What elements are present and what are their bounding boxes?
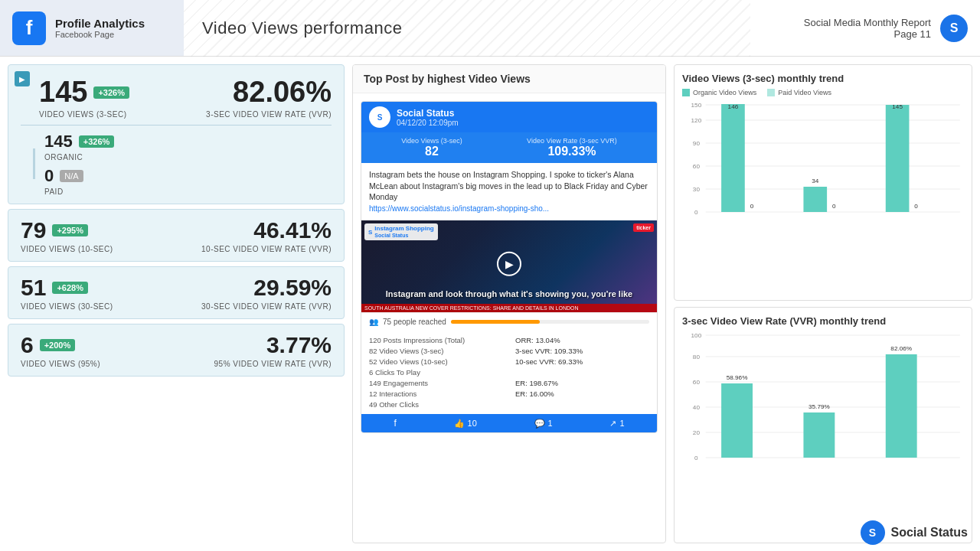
video-rate-10sec-label: 10-SEC VIDEO VIEW RATE (VVR) <box>201 245 332 253</box>
post-reach-row: 👥 75 people reached <box>361 312 657 331</box>
social-status-logo: S <box>940 15 968 42</box>
post-card: S Social Status 04/12/20 12:09pm Video V… <box>361 101 658 433</box>
svg-text:40: 40 <box>693 404 701 411</box>
post-stat1-label: Video Views (3-sec) <box>401 137 462 145</box>
metric-3sec-sub: 145 +326% ORGANIC 0 N/A PAID <box>21 125 332 196</box>
metric-3sec-left: 145 +326% VIDEO VIEWS (3-SEC) <box>39 76 129 119</box>
video-rate-3sec-value: 82.06% <box>206 76 332 109</box>
svg-text:146: 146 <box>728 103 739 110</box>
post-stat2-label: Video View Rate (3-sec VVR) <box>527 137 617 145</box>
chart1-bar-oct-organic <box>721 104 745 212</box>
header-title-section: Video Views performance <box>184 18 804 38</box>
video-views-3sec-value: 145 <box>39 76 87 109</box>
svg-text:0: 0 <box>914 203 918 210</box>
facebook-icon: f <box>12 11 46 45</box>
fb-footer-icon: f <box>394 418 396 429</box>
reach-bar <box>451 320 649 324</box>
svg-text:Dec 01: Dec 01 <box>887 461 905 461</box>
watermark-label: Instagram ShoppingSocial Status <box>374 225 433 239</box>
detail-0: 120 Posts Impressions (Total) <box>369 335 503 345</box>
metric-10sec-value-row: 79 +295% <box>21 217 113 243</box>
svg-text:145: 145 <box>892 103 903 110</box>
post-footer: f 👍 10 💬 1 ↗ 1 <box>361 414 657 432</box>
post-account-info: Social Status 04/12/20 12:09pm <box>397 108 459 127</box>
metric-30sec-value-row: 51 +628% <box>21 275 113 301</box>
legend-paid-dot <box>767 89 775 96</box>
video-rate-10sec-value: 46.41% <box>201 217 332 243</box>
paid-badge: N/A <box>60 170 83 182</box>
svg-text:0: 0 <box>694 455 698 461</box>
post-footer-likes: 👍 10 <box>454 418 477 429</box>
post-body: Instagram bets the house on Instagram Sh… <box>361 163 657 220</box>
post-body-text: Instagram bets the house on Instagram Sh… <box>369 170 648 201</box>
detail-6: 49 Other Clicks <box>369 399 503 409</box>
metric-10sec-card: 79 +295% VIDEO VIEWS (10-SEC) 46.41% 10-… <box>8 209 345 262</box>
organic-value: 145 <box>44 132 73 152</box>
chart2-title: 3-sec Video View Rate (VVR) monthly tren… <box>682 315 964 327</box>
video-views-3sec-badge: +326% <box>93 86 129 99</box>
detail-1r: 3-sec VVR: 109.33% <box>515 346 649 356</box>
paid-label: PAID <box>44 187 114 196</box>
svg-text:90: 90 <box>693 140 701 147</box>
likes-count: 10 <box>468 419 477 428</box>
header: f Profile Analytics Facebook Page Video … <box>0 0 980 57</box>
svg-text:Oct 01: Oct 01 <box>717 215 734 216</box>
reach-text: 75 people reached <box>383 318 446 326</box>
reach-icon: 👥 <box>369 318 378 326</box>
post-link: https://www.socialstatus.io/instagram-sh… <box>369 204 549 213</box>
ss-watermark: S Instagram ShoppingSocial Status <box>364 223 438 240</box>
video-views-30sec-label: VIDEO VIEWS (30-SEC) <box>21 302 113 311</box>
post-avatar: S <box>369 106 390 128</box>
footer-logo: S <box>861 520 885 545</box>
metric-95-value-row: 6 +200% <box>21 332 100 358</box>
svg-text:Dec 01: Dec 01 <box>884 215 903 216</box>
video-views-95-label: VIDEO VIEWS (95%) <box>21 360 100 368</box>
chart1-bar-dec-organic <box>886 105 910 212</box>
svg-text:Nov 01: Nov 01 <box>800 215 818 216</box>
post-stat-2: Video View Rate (3-sec VVR) 109.33% <box>527 137 617 158</box>
metric-3sec-block: ▶ 145 +326% VIDEO VIEWS (3-SEC) 82.06% 3… <box>8 64 345 204</box>
video-views-10sec-value: 79 <box>21 217 46 243</box>
header-brand-section: f Profile Analytics Facebook Page <box>0 0 184 56</box>
main-content: ▶ 145 +326% VIDEO VIEWS (3-SEC) 82.06% 3… <box>0 57 980 551</box>
svg-text:34: 34 <box>812 178 819 184</box>
video-views-30sec-value: 51 <box>21 275 46 301</box>
metric-3sec-rate: 82.06% 3-SEC VIDEO VIEW RATE (VVR) <box>206 76 332 119</box>
video-views-3sec-label: VIDEO VIEWS (3-SEC) <box>39 110 129 119</box>
brand-subtitle: Facebook Page <box>55 30 145 39</box>
detail-4r: ER: 198.67% <box>515 378 649 388</box>
post-footer-shares: ↗ 1 <box>609 418 624 429</box>
ticker-badge: ticker <box>633 223 654 232</box>
legend-organic-dot <box>682 89 690 96</box>
reach-bar-fill <box>451 320 541 324</box>
svg-text:0: 0 <box>750 203 754 210</box>
svg-text:100: 100 <box>691 332 702 339</box>
brand-title: Profile Analytics <box>55 17 145 30</box>
video-views-95-value: 6 <box>21 332 34 358</box>
svg-text:82.06%: 82.06% <box>890 345 912 352</box>
post-header: S Social Status 04/12/20 12:09pm <box>361 102 657 132</box>
post-account-name: Social Status <box>397 108 459 119</box>
metric-30sec-left: 51 +628% VIDEO VIEWS (30-SEC) <box>21 275 113 311</box>
legend-organic-label: Organic Video Views <box>693 89 756 96</box>
organic-label: ORGANIC <box>44 153 114 161</box>
organic-badge: +326% <box>79 135 115 148</box>
chart2-panel: 3-sec Video View Rate (VVR) monthly tren… <box>674 307 972 543</box>
shares-count: 1 <box>619 419 624 428</box>
chart2-bar-oct <box>721 383 753 458</box>
detail-3: 6 Clicks To Play <box>369 367 503 377</box>
video-views-10sec-label: VIDEO VIEWS (10-SEC) <box>21 245 113 253</box>
detail-2r: 10-sec VVR: 69.33% <box>515 357 649 367</box>
svg-text:58.96%: 58.96% <box>727 374 748 381</box>
chart2-bar-nov <box>803 412 835 458</box>
header-right-section: Social Media Monthly Report Page 11 S <box>804 15 980 42</box>
post-stat1-value: 82 <box>401 145 462 158</box>
svg-text:60: 60 <box>693 379 701 386</box>
detail-5r: ER: 16.00% <box>515 389 649 399</box>
detail-4: 149 Engagements <box>369 378 503 388</box>
post-date: 04/12/20 12:09pm <box>397 119 459 127</box>
post-stat-1: Video Views (3-sec) 82 <box>401 137 462 158</box>
chart1-title: Video Views (3-sec) monthly trend <box>682 73 964 84</box>
paid-value: 0 <box>44 166 54 186</box>
post-details-grid: 120 Posts Impressions (Total) ORR: 13.04… <box>361 331 657 414</box>
